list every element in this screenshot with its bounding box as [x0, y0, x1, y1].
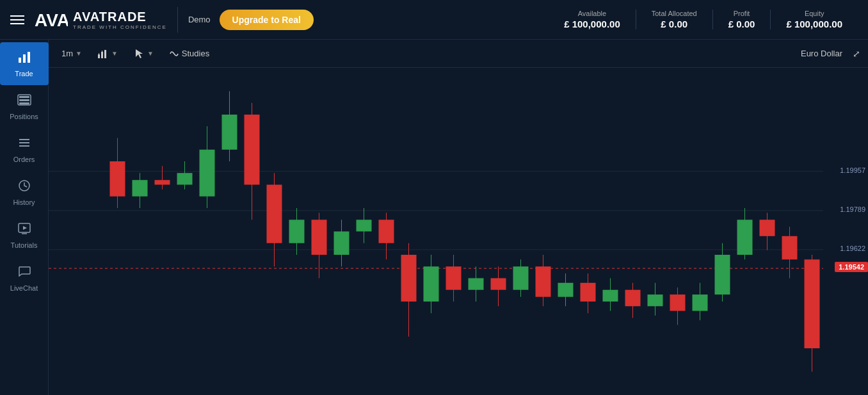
sidebar-label-trade: Trade — [15, 70, 33, 77]
sidebar-label-livechat: LiveChat — [10, 284, 38, 292]
profit-value: £ 0.00 — [728, 19, 755, 29]
svg-rect-5 — [19, 96, 21, 98]
svg-rect-6 — [19, 99, 29, 101]
sidebar-item-history[interactable]: History — [0, 171, 49, 214]
equity-value: £ 100,000.00 — [786, 19, 842, 29]
sidebar-item-tutorials[interactable]: Tutorials — [0, 214, 49, 257]
studies-label: Studies — [182, 49, 209, 58]
logo: AVA AVATRADE TRADE WITH CONFIDENCE — [35, 10, 167, 30]
chart-type-icon — [97, 48, 109, 60]
svg-rect-3 — [28, 52, 30, 63]
svg-rect-2 — [23, 54, 26, 63]
total-allocated-value: £ 0.00 — [661, 19, 687, 29]
cursor-selector[interactable]: ▼ — [128, 45, 159, 62]
svg-marker-14 — [23, 226, 27, 230]
sidebar-label-tutorials: Tutorials — [11, 241, 38, 249]
positions-icon — [17, 93, 31, 110]
chart-type-chevron: ▼ — [111, 50, 118, 57]
svg-text:AVA: AVA — [35, 10, 68, 30]
sidebar-item-livechat[interactable]: LiveChat — [0, 257, 49, 300]
stat-available: Available £ 100,000.00 — [549, 10, 636, 29]
chart-canvas[interactable] — [49, 68, 868, 395]
studies-icon — [169, 49, 179, 59]
orders-icon — [17, 136, 31, 153]
sidebar-label-orders: Orders — [13, 156, 35, 163]
cursor-chevron: ▼ — [147, 50, 154, 57]
stat-equity: Equity £ 100,000.00 — [771, 10, 858, 29]
brand-tagline: TRADE WITH CONFIDENCE — [73, 24, 167, 30]
tutorials-icon — [17, 222, 31, 239]
demo-label: Demo — [188, 15, 211, 24]
header-stats: Available £ 100,000.00 Total Allocated £… — [549, 10, 858, 29]
cursor-icon — [133, 48, 145, 60]
divider-1 — [177, 7, 178, 33]
svg-rect-1 — [19, 58, 21, 63]
expand-button[interactable]: ⤢ — [853, 49, 860, 59]
profit-label: Profit — [734, 10, 750, 17]
pair-label: Euro Dollar — [801, 49, 842, 58]
chart-area: 1m ▼ ▼ ▼ — [49, 40, 868, 395]
history-icon — [17, 179, 31, 196]
main-layout: Trade Positions Orders History — [0, 40, 868, 395]
sidebar-item-orders[interactable]: Orders — [0, 128, 49, 171]
timeframe-label: 1m — [61, 49, 73, 58]
upgrade-button[interactable]: Upgrade to Real — [220, 10, 314, 30]
available-value: £ 100,000.00 — [564, 19, 620, 29]
stat-profit: Profit £ 0.00 — [713, 10, 771, 29]
chart-type-selector[interactable]: ▼ — [92, 45, 123, 62]
livechat-icon — [17, 264, 31, 282]
chart-toolbar: 1m ▼ ▼ ▼ — [49, 40, 868, 68]
available-label: Available — [578, 10, 606, 17]
studies-button[interactable]: Studies — [164, 46, 214, 61]
svg-rect-18 — [104, 50, 106, 58]
brand-name: AVATRADE — [73, 10, 167, 24]
sidebar-label-history: History — [13, 198, 35, 206]
logo-text: AVATRADE TRADE WITH CONFIDENCE — [73, 10, 167, 30]
total-allocated-label: Total Allocated — [652, 10, 697, 17]
sidebar: Trade Positions Orders History — [0, 40, 49, 395]
equity-label: Equity — [805, 10, 824, 17]
stat-total-allocated: Total Allocated £ 0.00 — [636, 10, 713, 29]
chart-canvas-wrapper: 1.19542 1.199571.197891.19622 — [49, 68, 868, 395]
sidebar-label-positions: Positions — [10, 113, 38, 120]
logo-icon: AVA — [35, 10, 68, 30]
header: AVA AVATRADE TRADE WITH CONFIDENCE Demo … — [0, 0, 868, 40]
timeframe-selector[interactable]: 1m ▼ — [56, 46, 87, 61]
menu-button[interactable] — [10, 15, 24, 24]
trade-icon — [17, 50, 31, 67]
timeframe-chevron: ▼ — [76, 50, 82, 57]
svg-rect-7 — [19, 102, 29, 104]
sidebar-item-positions[interactable]: Positions — [0, 85, 49, 128]
current-price-badge: 1.19542 — [835, 262, 868, 272]
sidebar-item-trade[interactable]: Trade — [0, 42, 49, 85]
